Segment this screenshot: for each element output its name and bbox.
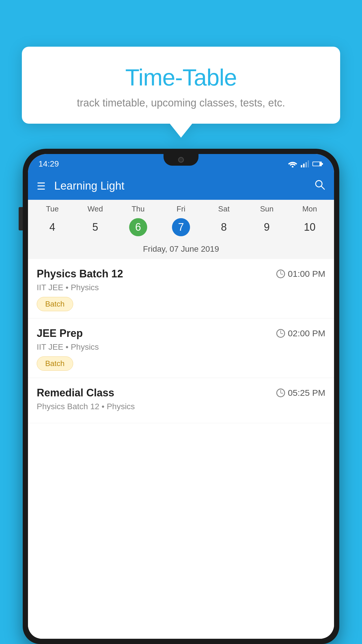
day-cell-6-today[interactable]: 6 — [129, 218, 147, 236]
clock-icon-3 — [276, 388, 285, 397]
phone-wrapper: 14:29 — [23, 149, 339, 644]
app-title: Learning Light — [54, 180, 314, 192]
day-header-mon: Mon — [288, 204, 331, 214]
day-header-sun: Sun — [245, 204, 288, 214]
svg-rect-1 — [301, 165, 302, 167]
selected-date-label: Friday, 07 June 2019 — [28, 242, 334, 259]
day-numbers: 4 5 6 7 8 9 10 — [28, 216, 334, 242]
schedule-item-3-header: Remedial Class 05:25 PM — [37, 387, 325, 399]
schedule-item-2-header: JEE Prep 02:00 PM — [37, 327, 325, 340]
battery-icon — [312, 161, 324, 167]
schedule-time-3: 05:25 PM — [276, 388, 325, 398]
svg-point-0 — [292, 166, 294, 167]
day-cell-4[interactable]: 4 — [31, 217, 74, 237]
schedule-subtitle-3: Physics Batch 12 • Physics — [37, 402, 325, 411]
day-header-sat: Sat — [203, 204, 245, 214]
schedule-time-value-3: 05:25 PM — [288, 388, 325, 398]
svg-rect-2 — [303, 164, 305, 167]
tooltip-card: Time-Table track timetable, upcoming cla… — [22, 47, 340, 124]
clock-icon-1 — [276, 270, 285, 278]
day-cell-7-selected[interactable]: 7 — [172, 218, 190, 236]
phone-frame: 14:29 — [23, 149, 339, 644]
schedule-time-1: 01:00 PM — [276, 269, 325, 279]
svg-rect-7 — [313, 162, 319, 166]
svg-rect-6 — [322, 163, 323, 165]
search-button[interactable] — [314, 179, 325, 193]
status-icons — [288, 160, 324, 167]
schedule-item-3[interactable]: Remedial Class 05:25 PM Physics Batch 12… — [28, 378, 334, 423]
schedule-title-1: Physics Batch 12 — [37, 268, 123, 280]
batch-tag-2: Batch — [37, 356, 73, 371]
day-header-tue: Tue — [31, 204, 74, 214]
schedule-title-2: JEE Prep — [37, 327, 83, 340]
tooltip-subtitle: track timetable, upcoming classes, tests… — [36, 97, 326, 109]
tooltip-title: Time-Table — [36, 64, 326, 91]
schedule-item-2[interactable]: JEE Prep 02:00 PM IIT JEE • Physics Batc… — [28, 318, 334, 378]
hamburger-menu-icon[interactable]: ☰ — [37, 181, 45, 191]
day-cell-10[interactable]: 10 — [288, 217, 331, 237]
notch-camera — [178, 157, 184, 163]
schedule-item-1[interactable]: Physics Batch 12 01:00 PM IIT JEE • Phys… — [28, 259, 334, 318]
schedule-subtitle-1: IIT JEE • Physics — [37, 283, 325, 292]
schedule-item-1-header: Physics Batch 12 01:00 PM — [37, 268, 325, 280]
day-header-wed: Wed — [74, 204, 117, 214]
batch-tag-1: Batch — [37, 297, 73, 311]
day-cell-9[interactable]: 9 — [245, 217, 288, 237]
schedule-title-3: Remedial Class — [37, 387, 114, 399]
notch — [164, 154, 198, 166]
clock-icon-2 — [276, 329, 285, 338]
phone-screen: 14:29 — [28, 154, 334, 639]
calendar-strip: Tue Wed Thu Fri Sat Sun Mon 4 5 6 7 8 9 … — [28, 200, 334, 259]
schedule-subtitle-2: IIT JEE • Physics — [37, 342, 325, 352]
app-bar: ☰ Learning Light — [28, 172, 334, 200]
signal-icon — [301, 160, 309, 167]
schedule-time-value-2: 02:00 PM — [288, 328, 325, 338]
day-cell-5[interactable]: 5 — [74, 217, 117, 237]
status-time: 14:29 — [38, 159, 59, 169]
search-icon — [314, 179, 325, 190]
svg-line-9 — [321, 186, 324, 189]
day-header-thu: Thu — [117, 204, 159, 214]
schedule-time-2: 02:00 PM — [276, 328, 325, 338]
schedule-list: Physics Batch 12 01:00 PM IIT JEE • Phys… — [28, 259, 334, 639]
wifi-icon — [288, 160, 297, 167]
schedule-time-value-1: 01:00 PM — [288, 269, 325, 279]
day-headers: Tue Wed Thu Fri Sat Sun Mon — [28, 200, 334, 216]
svg-rect-4 — [308, 160, 309, 167]
day-header-fri: Fri — [159, 204, 202, 214]
day-cell-8[interactable]: 8 — [203, 217, 245, 237]
svg-rect-3 — [305, 162, 307, 167]
